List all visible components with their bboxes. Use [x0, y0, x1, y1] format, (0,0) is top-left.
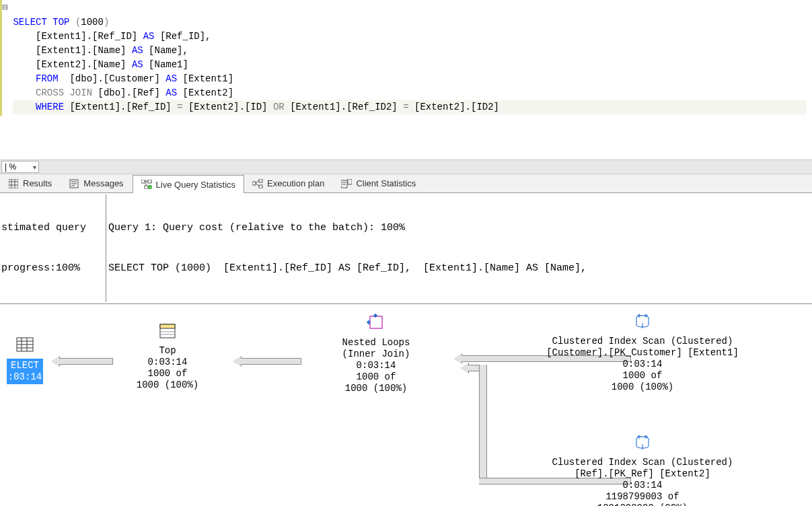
- plan-arrow: [239, 358, 301, 365]
- results-tabstrip: Results Messages Live Query Statistics E…: [0, 174, 812, 193]
- tab-messages[interactable]: Messages: [61, 174, 132, 192]
- plan-node-index-scan-customer[interactable]: Clustered Index Scan (Clustered) [Custom…: [518, 314, 767, 393]
- fold-gutter[interactable]: ⊟: [2, 0, 9, 116]
- tab-label: Results: [23, 178, 52, 188]
- svg-line-18: [256, 180, 259, 183]
- messages-icon: [69, 178, 79, 189]
- node-percent: 1201200000 (99%): [518, 503, 767, 506]
- node-rows: 1000 of: [518, 370, 767, 382]
- plan-node-index-scan-ref[interactable]: Clustered Index Scan (Clustered) [Ref].[…: [518, 435, 767, 506]
- svg-rect-11: [145, 186, 148, 189]
- svg-rect-31: [160, 324, 175, 328]
- index-scan-icon: [632, 435, 653, 454]
- svg-rect-16: [259, 179, 262, 182]
- tab-results[interactable]: Results: [0, 174, 61, 192]
- tab-label: Client Statistics: [356, 178, 416, 188]
- svg-rect-34: [370, 316, 382, 328]
- node-rows: 1000 of: [124, 368, 211, 380]
- zoom-dropdown[interactable]: | %: [1, 161, 39, 173]
- collapse-icon[interactable]: ⊟: [2, 2, 7, 13]
- plan-node-nested-loops[interactable]: Nested Loops (Inner Join) 0:03:14 1000 o…: [312, 314, 440, 394]
- node-percent: 1000 (100%): [312, 383, 440, 394]
- node-subtitle: (Inner Join): [312, 349, 440, 360]
- grid-icon: [8, 178, 19, 189]
- plan-connector: [479, 365, 487, 479]
- arrow-head-icon: [460, 363, 468, 373]
- code-content: SELECT TOP (1000) [Extent1].[Ref_ID] AS …: [9, 0, 811, 116]
- estimated-progress-label: stimated query: [1, 221, 106, 235]
- nested-loops-icon: [366, 314, 386, 334]
- tab-execution-plan[interactable]: Execution plan: [244, 174, 333, 192]
- plan-arrow: [58, 358, 113, 365]
- node-title: Clustered Index Scan (Clustered): [518, 457, 767, 468]
- zoom-value: | %: [5, 162, 16, 172]
- arrow-head-icon: [233, 356, 241, 367]
- query-cost-line: Query 1: Query cost (relative to the bat…: [108, 221, 812, 235]
- sql-editor[interactable]: ⊟ SELECT TOP (1000) [Extent1].[Ref_ID] A…: [0, 0, 812, 116]
- svg-rect-10: [148, 180, 151, 183]
- node-title: Nested Loops: [312, 337, 440, 349]
- node-subtitle: [Customer].[PK_Customer] [Extent1]: [518, 347, 767, 359]
- node-time: 0:03:14: [518, 359, 767, 370]
- tab-label: Live Query Statistics: [156, 180, 236, 190]
- node-rows: 1000 of: [312, 371, 440, 383]
- tab-live-query-statistics[interactable]: Live Query Statistics: [133, 175, 245, 193]
- zoom-toolbar: | %: [0, 159, 812, 174]
- node-title: ELECT: [11, 360, 39, 371]
- top-icon: [158, 323, 177, 342]
- estimated-progress-value: progress:100%: [1, 262, 106, 275]
- select-icon: [15, 336, 34, 356]
- index-scan-icon: [632, 314, 653, 333]
- query-text-line: SELECT TOP (1000) [Extent1].[Ref_ID] AS …: [108, 262, 812, 275]
- svg-rect-9: [141, 180, 145, 183]
- node-title: Clustered Index Scan (Clustered): [518, 336, 767, 347]
- execution-plan-icon: [252, 178, 263, 189]
- node-time: 0:03:14: [518, 480, 767, 491]
- svg-rect-23: [348, 179, 352, 184]
- client-stats-icon: [341, 178, 352, 189]
- svg-rect-17: [259, 185, 262, 188]
- node-time: :03:14: [8, 371, 42, 382]
- node-subtitle: [Ref].[PK_Ref] [Extent2]: [518, 468, 767, 480]
- execution-plan-canvas[interactable]: ELECT :03:14 Top 0:03:14 1000 of 1000 (1…: [0, 304, 812, 506]
- live-stats-icon: [141, 179, 152, 190]
- node-title: Top: [124, 345, 211, 357]
- tab-label: Messages: [83, 178, 123, 188]
- plan-node-top[interactable]: Top 0:03:14 1000 of 1000 (100%): [124, 323, 211, 391]
- node-time: 0:03:14: [124, 357, 211, 368]
- svg-rect-15: [252, 182, 256, 185]
- arrow-head-icon: [51, 356, 59, 367]
- node-percent: 1000 (100%): [124, 380, 211, 391]
- plan-arrow: [467, 365, 480, 371]
- node-time: 0:03:14: [312, 360, 440, 371]
- svg-line-19: [256, 183, 259, 186]
- plan-node-select[interactable]: ELECT :03:14: [0, 336, 50, 384]
- tab-client-statistics[interactable]: Client Statistics: [333, 174, 425, 192]
- node-percent: 1000 (100%): [518, 382, 767, 393]
- plan-header: stimated query progress:100% Query 1: Qu…: [0, 193, 812, 304]
- svg-rect-0: [9, 179, 18, 188]
- node-rows: 1198799003 of: [518, 491, 767, 503]
- tab-label: Execution plan: [267, 178, 324, 188]
